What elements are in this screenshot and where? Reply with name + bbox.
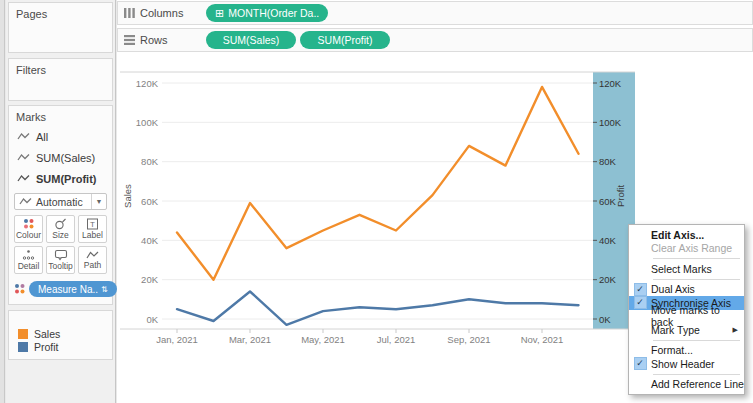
menu-item-dual-axis[interactable]: ✓ Dual Axis <box>629 283 744 297</box>
sales-swatch <box>18 329 28 339</box>
marks-card: Marks All SUM(Sales) SUM(Profit) Automat… <box>8 105 113 305</box>
line-mark-icon <box>17 153 30 162</box>
button-label: Label <box>82 231 103 240</box>
profit-axis-tick: 60K <box>599 196 617 207</box>
marks-item-label: SUM(Sales) <box>36 152 95 164</box>
pill-label: SUM(Sales) <box>223 34 280 46</box>
measure-names-row: Measure Na.. ⇅ <box>13 281 110 297</box>
profit-axis-title[interactable]: Profit <box>615 185 626 208</box>
pill-month-order-date[interactable]: ⊞ MONTH(Order Da.. <box>206 4 328 22</box>
pill-label: MONTH(Order Da.. <box>228 7 319 19</box>
colour-legend-card[interactable]: Sales Profit <box>8 310 113 360</box>
month-axis-label: Jan, 2021 <box>156 334 198 345</box>
menu-item-add-reference-line[interactable]: Add Reference Line <box>629 378 744 392</box>
marks-item-label: All <box>36 131 48 143</box>
menu-item-format[interactable]: Format... <box>629 344 744 358</box>
legend-item-sales[interactable]: Sales <box>9 327 112 340</box>
rows-shelf-label: Rows <box>124 34 194 46</box>
button-label: Tooltip <box>48 262 73 271</box>
colour-button[interactable]: Colour <box>14 215 43 243</box>
rows-shelf[interactable]: Rows SUM(Sales) SUM(Profit) <box>117 28 753 52</box>
mark-type-value: Automatic <box>32 196 91 208</box>
menu-item-show-header[interactable]: ✓ Show Header <box>629 357 744 371</box>
menu-item-label: Edit Axis... <box>651 229 704 241</box>
sales-axis-tick: 40K <box>141 235 159 246</box>
menu-item-edit-axis[interactable]: Edit Axis... <box>629 228 744 242</box>
columns-shelf[interactable]: Columns ⊞ MONTH(Order Da.. <box>117 1 753 25</box>
marks-item-label: SUM(Profit) <box>36 173 97 185</box>
legend-label: Profit <box>34 341 59 353</box>
pill-sum-profit[interactable]: SUM(Profit) <box>300 31 390 49</box>
line-mark-icon <box>17 132 30 141</box>
left-panel: Pages Filters Marks All SUM(Sales) SUM(P… <box>6 0 116 403</box>
month-axis-label: May, 2021 <box>301 334 345 345</box>
size-button[interactable]: Size <box>46 215 75 243</box>
profit-axis-tick: 0K <box>599 314 611 325</box>
expand-field-icon[interactable]: ⊞ <box>215 7 224 20</box>
pages-title: Pages <box>9 3 112 20</box>
menu-item-label: Show Header <box>651 358 715 370</box>
rows-shelf-text: Rows <box>140 34 168 46</box>
legend-item-profit[interactable]: Profit <box>9 340 112 353</box>
sales-axis-tick: 120K <box>136 78 159 89</box>
line-mark-icon <box>19 197 32 206</box>
size-icon <box>54 218 67 230</box>
profit-swatch <box>18 342 28 352</box>
button-label: Colour <box>16 231 41 240</box>
sort-icon: ⇅ <box>101 285 108 294</box>
chevron-down-icon[interactable]: ▼ <box>91 194 106 209</box>
menu-item-label: Clear Axis Range <box>651 242 732 254</box>
marks-item-sum-profit[interactable]: SUM(Profit) <box>9 168 112 189</box>
label-button[interactable]: T Label <box>78 215 107 243</box>
tableau-window: { "shelves": { "columns": { "label": "Co… <box>0 0 753 403</box>
tooltip-icon <box>54 249 68 261</box>
sales-line[interactable] <box>177 87 579 280</box>
columns-icon <box>124 8 135 18</box>
profit-axis-tick: 100K <box>599 117 622 128</box>
month-axis-label: Nov, 2021 <box>521 334 564 345</box>
profit-axis-tick: 80K <box>599 156 617 167</box>
measure-names-pill[interactable]: Measure Na.. ⇅ <box>29 281 117 297</box>
menu-item-mark-type[interactable]: Mark Type ▶ <box>629 323 744 337</box>
month-axis-label: Sep, 2021 <box>447 334 490 345</box>
sales-axis-tick: 0K <box>146 314 158 325</box>
marks-title: Marks <box>9 106 112 123</box>
profit-line[interactable] <box>177 292 579 325</box>
month-axis-label: Jul, 2021 <box>377 334 416 345</box>
button-label: Path <box>84 261 102 270</box>
path-button[interactable]: Path <box>78 246 107 274</box>
marks-item-sum-sales[interactable]: SUM(Sales) <box>9 147 112 168</box>
submenu-arrow-icon: ▶ <box>733 326 738 334</box>
menu-separator <box>653 340 740 341</box>
colour-icon <box>22 218 35 230</box>
profit-axis-tick: 20K <box>599 274 617 285</box>
marks-item-all[interactable]: All <box>9 126 112 147</box>
menu-item-select-marks[interactable]: Select Marks <box>629 262 744 276</box>
columns-shelf-label: Columns <box>124 7 194 19</box>
label-icon: T <box>86 218 99 230</box>
window-edge-strip <box>0 0 5 403</box>
checkmark-icon: ✓ <box>634 357 647 370</box>
mark-type-dropdown[interactable]: Automatic ▼ <box>14 193 107 210</box>
sales-axis-title[interactable]: Sales <box>122 184 133 208</box>
pages-shelf[interactable]: Pages <box>8 2 113 53</box>
detail-icon <box>22 249 35 261</box>
tooltip-button[interactable]: Tooltip <box>46 246 75 274</box>
menu-item-label: Format... <box>651 344 693 356</box>
sales-axis-tick: 60K <box>141 196 159 207</box>
legend-label: Sales <box>34 328 60 340</box>
sales-axis-tick: 100K <box>136 117 159 128</box>
detail-button[interactable]: Detail <box>14 246 43 274</box>
pill-label: SUM(Profit) <box>318 34 373 46</box>
svg-text:T: T <box>90 220 95 229</box>
menu-item-move-marks-to-back[interactable]: Move marks to back <box>629 310 744 324</box>
profit-axis-tick: 40K <box>599 235 617 246</box>
filters-shelf[interactable]: Filters <box>8 58 113 101</box>
pill-sum-sales[interactable]: SUM(Sales) <box>206 31 296 49</box>
sales-axis-tick: 80K <box>141 156 159 167</box>
path-icon <box>86 250 99 260</box>
colour-dots-icon <box>13 283 26 295</box>
button-label: Size <box>52 231 69 240</box>
checkmark-icon: ✓ <box>634 283 647 296</box>
checkmark-icon: ✓ <box>634 296 647 309</box>
